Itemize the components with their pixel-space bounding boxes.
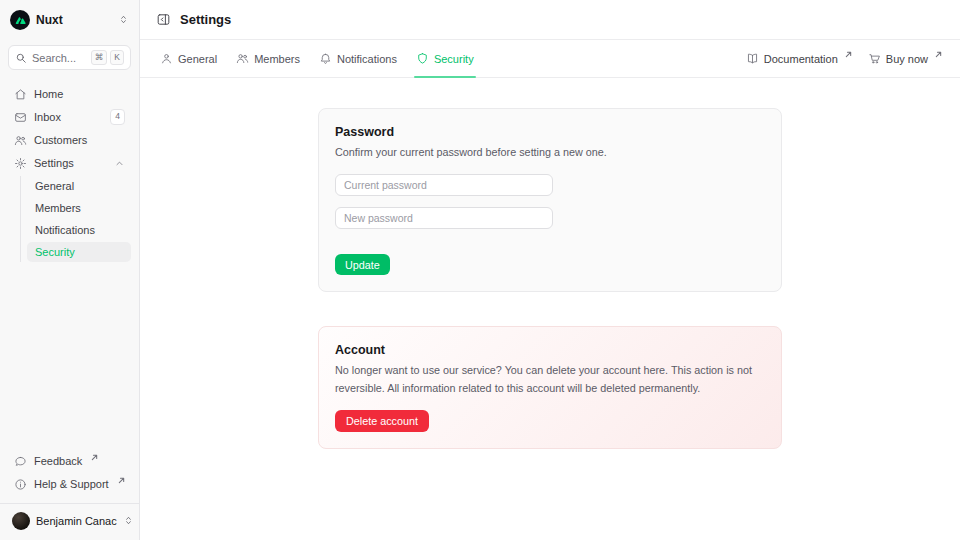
current-password-field[interactable] [335, 174, 553, 196]
sidebar-collapse-icon[interactable] [156, 12, 171, 27]
info-circle-icon [14, 478, 27, 491]
tab-label: General [178, 53, 217, 65]
sidebar-footer: Feedback Help & Support [8, 450, 131, 495]
home-icon [14, 88, 27, 101]
sidebar-item-label: Notifications [35, 224, 95, 236]
shield-icon [416, 52, 429, 65]
tab-label: Security [434, 53, 474, 65]
account-card-title: Account [335, 343, 765, 357]
chevrons-up-down-icon [123, 515, 134, 528]
tab-label: Members [254, 53, 300, 65]
documentation-link[interactable]: Documentation [746, 52, 852, 65]
search-input[interactable]: Search... ⌘ K [8, 45, 131, 70]
sidebar-item-home[interactable]: Home [8, 83, 131, 105]
sidebar-item-label: Members [35, 202, 81, 214]
delete-account-button[interactable]: Delete account [335, 410, 429, 432]
settings-security-content: Password Confirm your current password b… [140, 78, 960, 540]
account-card: Account No longer want to use our servic… [318, 326, 782, 449]
kbd-meta: ⌘ [91, 50, 108, 65]
users-icon [14, 134, 27, 147]
sidebar-item-label: General [35, 180, 74, 192]
sidebar-item-customers[interactable]: Customers [8, 129, 131, 151]
feedback-link[interactable]: Feedback [8, 450, 131, 472]
search-kbd-hints: ⌘ K [91, 50, 124, 65]
external-link-icon [91, 454, 98, 461]
team-name: Nuxt [36, 13, 63, 27]
footer-link-label: Feedback [34, 455, 82, 467]
tab-members[interactable]: Members [234, 40, 302, 77]
chevron-up-icon [114, 158, 125, 169]
page-header: Settings [140, 0, 960, 40]
user-menu[interactable]: Benjamin Canac [8, 504, 131, 532]
sidebar-nav: Home Inbox 4 Customers Settings [8, 83, 131, 263]
sidebar: Nuxt Search... ⌘ K Home Inbox 4 [0, 0, 140, 540]
toolbar-link-label: Documentation [764, 53, 838, 65]
external-link-icon [118, 477, 125, 484]
update-password-button[interactable]: Update [335, 254, 390, 275]
help-support-link[interactable]: Help & Support [8, 473, 131, 495]
inbox-count-badge: 4 [110, 109, 125, 124]
sidebar-item-notifications[interactable]: Notifications [27, 220, 131, 240]
tab-general[interactable]: General [158, 40, 219, 77]
users-icon [236, 52, 249, 65]
settings-subnav: General Members Notifications Security [20, 176, 131, 262]
account-card-description: No longer want to use our service? You c… [335, 362, 765, 397]
sidebar-item-label: Inbox [34, 111, 61, 123]
search-placeholder: Search... [32, 52, 76, 64]
sidebar-item-label: Customers [34, 134, 87, 146]
chat-bubble-icon [14, 455, 27, 468]
buy-now-link[interactable]: Buy now [868, 52, 942, 65]
tab-label: Notifications [337, 53, 397, 65]
gear-icon [14, 157, 27, 170]
toolbar-link-label: Buy now [886, 53, 928, 65]
external-link-icon [845, 51, 852, 58]
page-title: Settings [180, 12, 231, 27]
password-card: Password Confirm your current password b… [318, 108, 782, 292]
avatar [12, 512, 30, 530]
tab-notifications[interactable]: Notifications [317, 40, 399, 77]
sidebar-item-label: Settings [34, 157, 74, 169]
sidebar-item-security[interactable]: Security [27, 242, 131, 262]
password-card-description: Confirm your current password before set… [335, 144, 765, 161]
tabbar: General Members Notifications Security [140, 40, 960, 78]
sidebar-item-inbox[interactable]: Inbox 4 [8, 106, 131, 128]
sidebar-item-settings[interactable]: Settings [8, 152, 131, 174]
sidebar-item-general[interactable]: General [27, 176, 131, 196]
team-switcher[interactable]: Nuxt [8, 8, 131, 32]
bell-icon [319, 52, 332, 65]
new-password-field[interactable] [335, 207, 553, 229]
main-panel: Settings General Members Notifications S… [140, 0, 960, 540]
cart-icon [868, 52, 881, 65]
chevrons-up-down-icon [118, 14, 129, 27]
sidebar-item-members[interactable]: Members [27, 198, 131, 218]
sidebar-item-label: Security [35, 246, 75, 258]
password-card-title: Password [335, 125, 765, 139]
nuxt-logo-icon [10, 10, 30, 30]
external-link-icon [935, 51, 942, 58]
book-open-icon [746, 52, 759, 65]
inbox-icon [14, 111, 27, 124]
tabbar-actions: Documentation Buy now [746, 52, 942, 65]
search-icon [15, 52, 27, 64]
tab-security[interactable]: Security [414, 40, 476, 77]
footer-link-label: Help & Support [34, 478, 109, 490]
user-name: Benjamin Canac [36, 515, 117, 527]
sidebar-item-label: Home [34, 88, 63, 100]
user-icon [160, 52, 173, 65]
kbd-k: K [110, 50, 124, 65]
